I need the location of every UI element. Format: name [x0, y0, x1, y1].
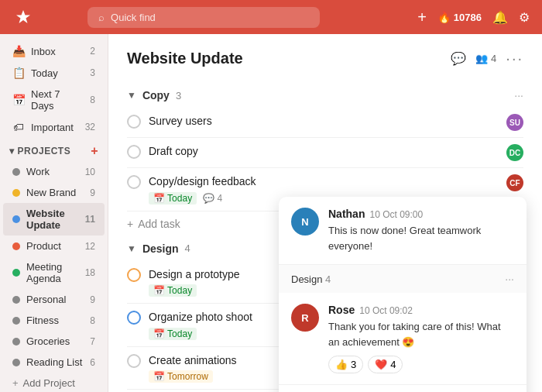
inbox-icon: 📥	[12, 45, 25, 57]
projects-toggle[interactable]: ▾	[9, 146, 15, 156]
topbar-actions: + 🔥 10786 🔔 ⚙	[417, 9, 530, 26]
copy-section-header[interactable]: ▼ Copy 3 ···	[127, 83, 523, 108]
add-button[interactable]: +	[417, 9, 427, 26]
sidebar-item-meeting-agenda[interactable]: Meeting Agenda 18	[3, 256, 105, 289]
add-task-plus-icon: +	[127, 218, 133, 230]
project-dot	[12, 338, 20, 346]
task-date-badge: 📅 Today	[149, 284, 197, 297]
task-item: Survey users SU	[127, 108, 523, 138]
task-checkbox[interactable]	[127, 145, 141, 159]
comment-author: Nathan	[328, 208, 365, 220]
sidebar-item-website-update[interactable]: Website Update 11	[3, 203, 105, 236]
sidebar: 📥 Inbox 2 📋 Today 3 📅 Next 7 Days 8 🏷 Im…	[0, 34, 108, 392]
page-title: Website Update	[127, 50, 243, 67]
popup-more-button[interactable]: ···	[505, 273, 514, 285]
heart-reaction-button[interactable]: ❤️ 4	[368, 356, 403, 373]
popup-scroll-indicator: ▲	[279, 385, 527, 392]
search-placeholder: Quick find	[111, 12, 156, 23]
project-dot	[12, 269, 20, 277]
comment-popup: N Nathan 10 Oct 09:00 This is now done! …	[279, 197, 527, 392]
avatar: N	[291, 208, 319, 236]
quick-find-search[interactable]: ⌕ Quick find	[87, 7, 320, 28]
avatar: CF	[506, 174, 523, 191]
comment-text: This is now done! Great teamwork everyon…	[328, 223, 514, 253]
comment-reactions: 👍 3 ❤️ 4	[328, 356, 514, 373]
search-icon: ⌕	[98, 12, 105, 23]
sidebar-item-groceries[interactable]: Groceries 7	[3, 331, 105, 352]
sidebar-item-personal[interactable]: Personal 9	[3, 289, 105, 310]
add-project-icon[interactable]: +	[91, 144, 98, 158]
today-icon: 📋	[12, 67, 25, 79]
settings-button[interactable]: ⚙	[519, 10, 530, 25]
person-icon: 👥	[475, 53, 488, 64]
projects-section-header: ▾ Projects +	[0, 138, 108, 161]
design-toggle-icon: ▼	[127, 243, 136, 254]
calendar-icon: 📅	[12, 94, 25, 106]
project-dot	[12, 215, 20, 223]
sidebar-item-product[interactable]: Product 12	[3, 236, 105, 256]
task-checkbox[interactable]	[127, 175, 141, 189]
comment-item: N Nathan 10 Oct 09:00 This is now done! …	[279, 197, 527, 265]
comment-icon[interactable]: 💬	[451, 51, 466, 66]
task-item: Draft copy DC	[127, 138, 523, 168]
copy-toggle-icon: ▼	[127, 90, 136, 101]
sidebar-item-work[interactable]: Work 10	[3, 161, 105, 182]
popup-section-row: Design 4 ···	[279, 265, 527, 293]
avatar: DC	[506, 144, 523, 161]
sidebar-item-important[interactable]: 🏷 Important 32	[3, 116, 105, 138]
project-dot	[12, 189, 20, 197]
add-project-plus-icon: +	[12, 377, 19, 389]
project-dot	[12, 317, 20, 325]
copy-section-more-button[interactable]: ···	[514, 89, 523, 101]
add-project-button[interactable]: + Add Project	[3, 373, 105, 392]
project-dot	[12, 168, 20, 176]
task-comment-count: 💬 4	[203, 193, 222, 204]
sidebar-item-inbox[interactable]: 📥 Inbox 2	[3, 40, 105, 62]
task-checkbox[interactable]	[127, 268, 141, 282]
app-layout: 📥 Inbox 2 📋 Today 3 📅 Next 7 Days 8 🏷 Im…	[0, 34, 542, 392]
task-date-badge: 📅 Today	[149, 192, 197, 205]
avatar: SU	[506, 114, 523, 131]
project-dot	[12, 242, 20, 250]
member-count[interactable]: 👥 4	[475, 53, 496, 64]
task-checkbox[interactable]	[127, 311, 141, 325]
project-dot	[12, 359, 20, 366]
comment-item: R Rose 10 Oct 09:02 Thank you for taking…	[279, 293, 527, 385]
important-icon: 🏷	[12, 121, 25, 133]
more-options-button[interactable]: ···	[506, 50, 523, 67]
sidebar-item-reading-list[interactable]: Reading List 6	[3, 352, 105, 373]
comment-time: 10 Oct 09:02	[359, 305, 413, 316]
comment-text: Thank you for taking care of this! What …	[328, 319, 514, 349]
avatar: R	[291, 304, 319, 332]
notifications-button[interactable]: 🔔	[492, 10, 508, 25]
task-checkbox[interactable]	[127, 115, 141, 129]
sidebar-item-new-brand[interactable]: New Brand 9	[3, 182, 105, 203]
thumbsup-reaction-button[interactable]: 👍 3	[328, 356, 363, 373]
main-content: Website Update 💬 👥 4 ··· ▼ Copy 3 ···	[108, 34, 542, 392]
sidebar-item-next7days[interactable]: 📅 Next 7 Days 8	[3, 84, 105, 116]
comment-author: Rose	[328, 304, 355, 316]
comment-time: 10 Oct 09:00	[369, 209, 423, 220]
page-title-actions: 💬 👥 4 ···	[451, 50, 523, 67]
page-title-row: Website Update 💬 👥 4 ···	[127, 50, 523, 67]
sidebar-item-today[interactable]: 📋 Today 3	[3, 62, 105, 84]
project-dot	[12, 296, 20, 304]
task-date-badge: 📅 Today	[149, 328, 197, 340]
sidebar-item-fitness[interactable]: Fitness 8	[3, 310, 105, 331]
topbar: ⌕ Quick find + 🔥 10786 🔔 ⚙	[0, 0, 542, 34]
karma-score: 🔥 10786	[437, 11, 482, 23]
app-logo[interactable]	[12, 6, 34, 28]
task-date-badge: 📅 Tomorrow	[149, 370, 213, 383]
task-checkbox[interactable]	[127, 354, 141, 368]
